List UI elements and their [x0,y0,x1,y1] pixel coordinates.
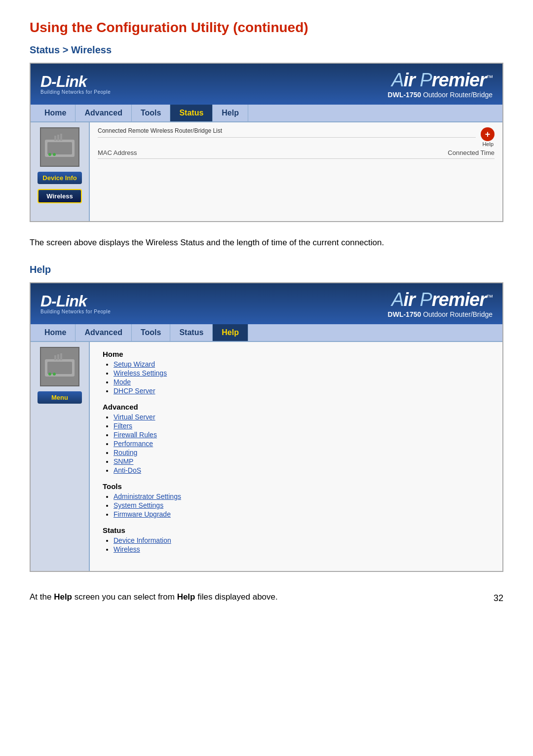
svg-rect-4 [54,136,56,141]
col-mac-1: MAC Address [98,149,137,156]
help-label-1: Help [481,141,494,147]
anti-dos-link[interactable]: Anti-DoS [114,466,141,474]
section2-heading: Help [30,264,503,275]
list-item: Firmware Upgrade [114,510,490,518]
help-menu-content: Home Setup Wizard Wireless Settings Mode… [98,347,495,566]
svg-point-12 [48,373,51,376]
routing-link[interactable]: Routing [114,449,137,456]
list-item: Mode [114,378,490,386]
product-model-1: DWL-1750 Outdoor Router/Bridge [388,91,493,99]
router-ui-2: D-Link Building Networks for People Air … [30,282,503,572]
nav-help-2[interactable]: Help [213,324,248,341]
list-item: SNMP [114,457,490,465]
content-subtitle-1: Connected Remote Wireless Router/Bridge … [98,127,476,138]
router-body-2: Menu Home Setup Wizard Wireless Settings… [31,342,502,571]
firmware-upgrade-link[interactable]: Firmware Upgrade [114,510,171,518]
nav-advanced-2[interactable]: Advanced [76,324,131,341]
advanced-section: Advanced Virtual Server Filters Firewall… [103,403,490,474]
firewall-rules-link[interactable]: Firewall Rules [114,431,157,439]
system-settings-link[interactable]: System Settings [114,501,163,509]
nav-home-1[interactable]: Home [36,105,76,121]
section1-heading: Status > Wireless [30,44,503,56]
device-image-1 [40,127,79,167]
router-nav-2: Home Advanced Tools Status Help [31,324,502,342]
device-info-btn-1[interactable]: Device Info [38,172,82,184]
router-body-1: Device Info Wireless Connected Remote Wi… [31,122,502,221]
svg-point-6 [53,153,56,156]
description-text-1: The screen above displays the Wireless S… [30,236,503,249]
help-circle-btn-1[interactable]: + [481,127,495,141]
router-header-1: D-Link Building Networks for People Air … [31,64,502,105]
list-item: Filters [114,422,490,430]
admin-settings-link[interactable]: Administrator Settings [114,492,181,500]
router-content-2: Home Setup Wizard Wireless Settings Mode… [90,342,502,571]
nav-tools-2[interactable]: Tools [132,324,170,341]
filters-link[interactable]: Filters [114,422,132,430]
nav-tools-1[interactable]: Tools [132,105,170,121]
nav-home-2[interactable]: Home [36,324,76,341]
list-item: Administrator Settings [114,492,490,500]
nav-advanced-1[interactable]: Advanced [76,105,131,121]
list-item: Setup Wizard [114,360,490,368]
svg-rect-8 [47,362,72,374]
wireless-status-link[interactable]: Wireless [114,545,140,553]
col-time-1: Connected Time [448,149,495,156]
nav-status-2[interactable]: Status [170,324,213,341]
product-name-2: Air Premier™ [388,289,493,310]
brand-tagline-2: Building Networks for People [40,309,111,314]
page-number: 32 [494,593,503,604]
list-item: Anti-DoS [114,466,490,474]
nav-status-1[interactable]: Status [170,105,213,121]
home-heading: Home [103,350,490,358]
nav-help-1[interactable]: Help [213,105,248,121]
bottom-help-bold1: Help [54,592,72,602]
setup-wizard-link[interactable]: Setup Wizard [114,360,155,368]
bottom-text: At the Help screen you can select from H… [30,591,278,604]
svg-rect-11 [54,355,56,360]
router-content-1: Connected Remote Wireless Router/Bridge … [90,122,502,221]
performance-link[interactable]: Performance [114,440,153,448]
bottom-suffix: files displayed above. [197,592,278,602]
dhcp-server-link[interactable]: DHCP Server [114,387,155,395]
device-image-2 [40,347,79,386]
air-premier-logo-2: Air Premier™ DWL-1750 Outdoor Router/Bri… [388,289,493,318]
router-sidebar-2: Menu [31,342,90,571]
wireless-settings-link[interactable]: Wireless Settings [114,369,167,377]
svg-rect-10 [60,353,62,360]
air-premier-logo-1: Air Premier™ DWL-1750 Outdoor Router/Bri… [388,70,493,99]
table-header-1: MAC Address Connected Time [98,147,495,159]
status-heading: Status [103,526,490,534]
dlink-logo-2: D-Link Building Networks for People [40,293,111,314]
list-item: DHCP Server [114,387,490,395]
router-ui-1: D-Link Building Networks for People Air … [30,63,503,222]
mode-link[interactable]: Mode [114,378,131,386]
svg-point-13 [53,373,56,376]
bottom-prefix: At the [30,592,51,602]
device-info-link[interactable]: Device Information [114,536,171,544]
menu-btn-2[interactable]: Menu [38,391,82,404]
list-item: Device Information [114,536,490,544]
brand-name-1: D-Link [40,74,111,89]
home-section: Home Setup Wizard Wireless Settings Mode… [103,350,490,395]
product-name-1: Air Premier™ [388,70,493,91]
svg-rect-1 [47,142,72,154]
bottom-row: At the Help screen you can select from H… [30,586,503,604]
wireless-btn-1[interactable]: Wireless [38,189,82,203]
svg-point-5 [48,153,51,156]
bottom-mid: screen you can select from [75,592,175,602]
list-item: Performance [114,440,490,448]
bottom-help-bold2: Help [177,592,195,602]
router-header-2: D-Link Building Networks for People Air … [31,283,502,324]
router-sidebar-1: Device Info Wireless [31,122,90,221]
product-model-2: DWL-1750 Outdoor Router/Bridge [388,310,493,318]
list-item: Wireless [114,545,490,553]
tools-section: Tools Administrator Settings System Sett… [103,482,490,518]
brand-tagline-1: Building Networks for People [40,89,111,95]
snmp-link[interactable]: SNMP [114,457,133,465]
list-item: System Settings [114,501,490,509]
virtual-server-link[interactable]: Virtual Server [114,413,155,421]
tools-heading: Tools [103,482,490,491]
page-title: Using the Configuration Utility (continu… [30,20,503,36]
list-item: Routing [114,449,490,456]
dlink-logo-1: D-Link Building Networks for People [40,74,111,95]
